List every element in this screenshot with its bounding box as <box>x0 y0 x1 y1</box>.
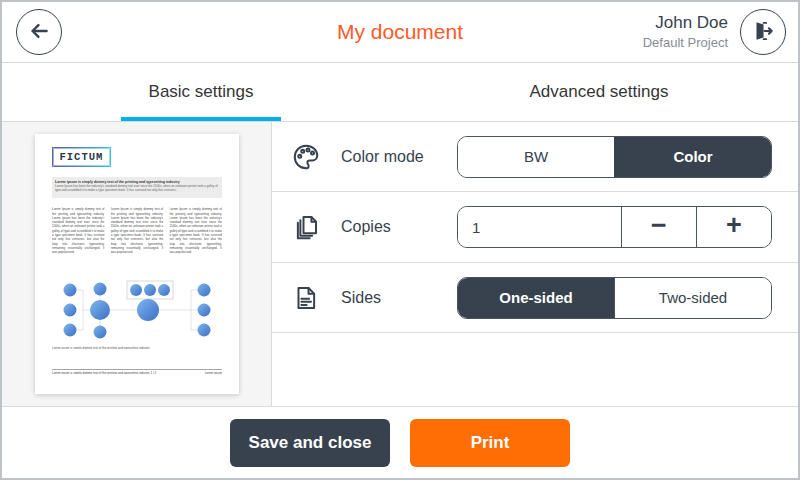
palette-icon <box>291 142 321 172</box>
user-info: John Doe Default Project <box>643 11 728 52</box>
document-abstract: Lorem ipsum is simply dummy text of the … <box>52 177 222 198</box>
sides-one-sided-button[interactable]: One-sided <box>458 278 614 318</box>
color-mode-label: Color mode <box>341 148 424 166</box>
print-settings-window: My document John Doe Default Project Bas… <box>0 0 800 480</box>
header: My document John Doe Default Project <box>2 2 798 63</box>
tab-basic-settings[interactable]: Basic settings <box>2 63 400 121</box>
document-preview-panel: FICTUM Lorem ipsum is simply dummy text … <box>2 122 272 410</box>
document-footer-left: Lorem ipsum is simply dummy text of the … <box>52 371 156 374</box>
color-mode-row: Color mode BW Color <box>272 122 798 192</box>
document-abstract-body: Lorem Ipsum has been the industry's stan… <box>55 184 219 192</box>
print-button[interactable]: Print <box>410 419 570 467</box>
user-name: John Doe <box>643 11 728 34</box>
user-project: Default Project <box>643 34 728 52</box>
copies-decrement-button[interactable]: − <box>621 207 696 247</box>
sides-row: Sides One-sided Two-sided <box>272 263 798 333</box>
copies-row: Copies − + <box>272 192 798 263</box>
document-preview-page[interactable]: FICTUM Lorem ipsum is simply dummy text … <box>35 134 239 394</box>
sides-toggle: One-sided Two-sided <box>457 277 772 319</box>
document-diagram <box>52 280 222 340</box>
tab-advanced-settings-label: Advanced settings <box>530 82 669 102</box>
document-column: Lorem Ipsum is simply dummy text of the … <box>111 207 164 266</box>
color-mode-toggle: BW Color <box>457 136 772 178</box>
settings-panel: Color mode BW Color Copies <box>272 122 798 410</box>
color-mode-color-button[interactable]: Color <box>614 137 771 177</box>
tab-basic-settings-label: Basic settings <box>149 82 254 102</box>
active-tab-underline <box>121 117 281 121</box>
sides-label: Sides <box>341 289 381 307</box>
document-columns: Lorem Ipsum is simply dummy text of the … <box>52 207 222 266</box>
copies-icon <box>291 212 321 242</box>
document-caption: Lorem ipsum is simply dummy text of the … <box>52 346 222 349</box>
logout-button[interactable] <box>740 9 786 55</box>
save-and-close-button[interactable]: Save and close <box>230 419 390 467</box>
main-content: FICTUM Lorem ipsum is simply dummy text … <box>2 122 798 410</box>
document-logo: FICTUM <box>52 147 111 167</box>
tab-advanced-settings[interactable]: Advanced settings <box>400 63 798 121</box>
document-column: Lorem Ipsum is simply dummy text of the … <box>52 207 105 266</box>
copies-increment-button[interactable]: + <box>696 207 771 247</box>
copies-stepper: − + <box>457 206 772 248</box>
document-footer: Lorem ipsum is simply dummy text of the … <box>52 369 222 374</box>
action-bar: Save and close Print <box>2 406 798 478</box>
document-footer-right: Lorem ipsum <box>205 371 222 374</box>
logout-icon <box>750 18 776 47</box>
copies-input[interactable] <box>458 207 621 247</box>
copies-label: Copies <box>341 218 391 236</box>
document-lines-icon <box>291 283 321 313</box>
color-mode-bw-button[interactable]: BW <box>458 137 614 177</box>
sides-two-sided-button[interactable]: Two-sided <box>614 278 771 318</box>
settings-tabs: Basic settings Advanced settings <box>2 63 798 122</box>
document-column: Lorem Ipsum is simply dummy text of the … <box>169 207 222 266</box>
